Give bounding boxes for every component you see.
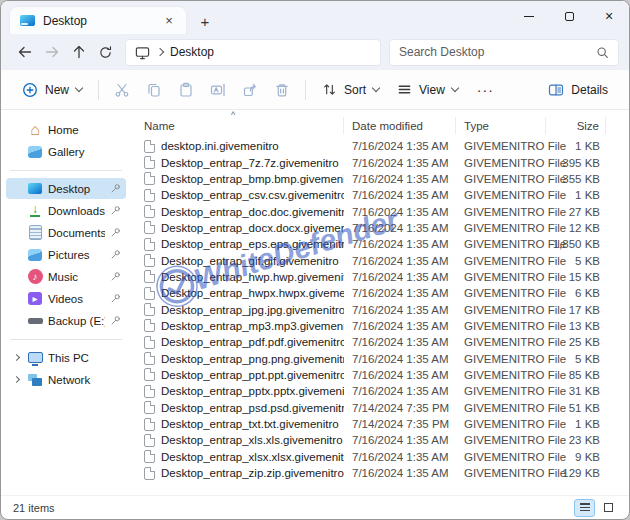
toolbar-separator: [305, 80, 306, 100]
file-type: GIVEMENITRO File: [456, 206, 546, 218]
chevron-down-icon: [75, 84, 83, 92]
delete-button[interactable]: [266, 75, 298, 105]
file-row[interactable]: Desktop_entrap_hwp.hwp.givemenitro 7/16/…: [131, 269, 629, 285]
file-row[interactable]: desktop.ini.givemenitro 7/16/2024 1:35 A…: [131, 138, 629, 154]
file-type: GIVEMENITRO File: [456, 255, 546, 267]
close-button[interactable]: ×: [589, 1, 629, 31]
expand-chevron-slot[interactable]: [11, 377, 22, 382]
expand-chevron-slot[interactable]: [11, 186, 22, 191]
large-icons-view-toggle[interactable]: [598, 499, 619, 517]
copy-button[interactable]: [138, 75, 170, 105]
column-header-name[interactable]: ^ Name: [131, 117, 344, 134]
sidebar-item[interactable]: Pictures: [6, 244, 126, 265]
expand-chevron-slot[interactable]: [11, 318, 22, 323]
expand-chevron-slot[interactable]: [11, 355, 22, 360]
column-header-date-modified[interactable]: Date modified: [344, 117, 456, 134]
sidebar-item[interactable]: Home: [6, 119, 126, 140]
column-header-type[interactable]: Type: [456, 117, 546, 134]
file-row[interactable]: Desktop_entrap_txt.txt.givemenitro 7/14/…: [131, 416, 629, 432]
file-row[interactable]: Desktop_entrap_mp3.mp3.givemenitro 7/16/…: [131, 318, 629, 334]
file-row[interactable]: Desktop_entrap_png.png.givemenitro 7/16/…: [131, 350, 629, 366]
view-button[interactable]: View: [388, 75, 467, 105]
sidebar-item[interactable]: Documents: [6, 222, 126, 243]
file-row[interactable]: Desktop_entrap_csv.csv.givemenitro 7/16/…: [131, 187, 629, 203]
refresh-button[interactable]: [92, 39, 119, 66]
file-type: GIVEMENITRO File: [456, 222, 546, 234]
new-tab-button[interactable]: +: [192, 8, 218, 34]
breadcrumb-location[interactable]: Desktop: [170, 45, 214, 59]
file-row[interactable]: Desktop_entrap_hwpx.hwpx.givemenitro 7/1…: [131, 285, 629, 301]
sidebar-item-label: Network: [48, 374, 105, 386]
expand-chevron-slot[interactable]: [11, 230, 22, 235]
expand-chevron-slot[interactable]: [11, 252, 22, 257]
search-box[interactable]: Search Desktop: [389, 39, 619, 66]
documents-icon: [27, 225, 43, 241]
file-row[interactable]: Desktop_entrap_xlsx.xlsx.givemenitro 7/1…: [131, 449, 629, 465]
file-row[interactable]: Desktop_entrap_gif.gif.givemenitro 7/16/…: [131, 252, 629, 268]
file-row[interactable]: Desktop_entrap_7z.7z.givemenitro 7/16/20…: [131, 154, 629, 170]
details-view-toggle[interactable]: [574, 499, 595, 517]
file-name: Desktop_entrap_png.png.givemenitro: [161, 353, 344, 365]
maximize-button[interactable]: [549, 1, 589, 31]
file-row[interactable]: Desktop_entrap_jpg.jpg.givemenitro 7/16/…: [131, 301, 629, 317]
file-date-modified: 7/16/2024 1:35 AM: [344, 304, 456, 316]
file-type: GIVEMENITRO File: [456, 157, 546, 169]
file-size: 129 KB: [546, 467, 606, 479]
sidebar-item[interactable]: This PC: [6, 347, 126, 368]
sidebar-item[interactable]: Gallery: [6, 141, 126, 162]
file-icon: [144, 189, 155, 202]
sidebar-item[interactable]: Network: [6, 369, 126, 390]
sidebar-item[interactable]: Downloads: [6, 200, 126, 221]
sidebar-item-label: Home: [48, 124, 105, 136]
file-row[interactable]: Desktop_entrap_zip.zip.givemenitro 7/16/…: [131, 465, 629, 481]
file-date-modified: 7/16/2024 1:35 AM: [344, 320, 456, 332]
file-icon: [144, 418, 155, 431]
tab-close-icon[interactable]: ×: [160, 12, 178, 30]
sidebar-item-label: Backup (E:): [48, 315, 105, 327]
details-pane-button[interactable]: Details: [539, 75, 617, 105]
share-button[interactable]: [234, 75, 266, 105]
expand-chevron-slot[interactable]: [11, 127, 22, 132]
paste-button[interactable]: [170, 75, 202, 105]
file-icon: [144, 352, 155, 365]
address-bar[interactable]: Desktop: [125, 39, 381, 66]
forward-button[interactable]: [38, 39, 65, 66]
sidebar-item[interactable]: Desktop: [6, 178, 126, 199]
file-row[interactable]: Desktop_entrap_pptx.pptx.givemenitro 7/1…: [131, 383, 629, 399]
file-row[interactable]: Desktop_entrap_bmp.bmp.givemenitro 7/16/…: [131, 171, 629, 187]
up-button[interactable]: [65, 39, 92, 66]
close-icon: ×: [605, 9, 613, 23]
rename-button[interactable]: [202, 75, 234, 105]
back-button[interactable]: [11, 39, 38, 66]
cut-icon: [114, 82, 130, 98]
sidebar-item[interactable]: Music: [6, 266, 126, 287]
expand-chevron-slot[interactable]: [11, 149, 22, 154]
file-type: GIVEMENITRO File: [456, 353, 546, 365]
expand-chevron-slot[interactable]: [11, 296, 22, 301]
sidebar-item[interactable]: Videos: [6, 288, 126, 309]
more-options-button[interactable]: ···: [467, 82, 504, 98]
file-row[interactable]: Desktop_entrap_ppt.ppt.givemenitro 7/16/…: [131, 367, 629, 383]
file-row[interactable]: Desktop_entrap_psd.psd.givemenitro 7/14/…: [131, 400, 629, 416]
file-date-modified: 7/16/2024 1:35 AM: [344, 385, 456, 397]
file-size: 9 KB: [546, 451, 606, 463]
file-row[interactable]: Desktop_entrap_xls.xls.givemenitro 7/16/…: [131, 432, 629, 448]
sidebar-item-label: Documents: [48, 227, 105, 239]
cut-button[interactable]: [106, 75, 138, 105]
file-row[interactable]: Desktop_entrap_doc.doc.givemenitro 7/16/…: [131, 203, 629, 219]
file-name-cell: Desktop_entrap_docx.docx.givemenitro: [131, 221, 344, 234]
tab-desktop[interactable]: Desktop ×: [10, 7, 186, 34]
file-row[interactable]: Desktop_entrap_pdf.pdf.givemenitro 7/16/…: [131, 334, 629, 350]
file-date-modified: 7/16/2024 1:35 AM: [344, 451, 456, 463]
expand-chevron-slot[interactable]: [11, 274, 22, 279]
sidebar-item[interactable]: Backup (E:): [6, 310, 126, 331]
column-header-size[interactable]: Size: [546, 117, 606, 134]
file-name: Desktop_entrap_zip.zip.givemenitro: [161, 467, 344, 479]
minimize-button[interactable]: [509, 1, 549, 31]
breadcrumb-chevron-icon[interactable]: [156, 48, 164, 56]
expand-chevron-slot[interactable]: [11, 208, 22, 213]
file-row[interactable]: Desktop_entrap_eps.eps.givemenitro 7/16/…: [131, 236, 629, 252]
sort-button[interactable]: Sort: [313, 75, 388, 105]
new-button[interactable]: New: [13, 75, 91, 105]
file-row[interactable]: Desktop_entrap_docx.docx.givemenitro 7/1…: [131, 220, 629, 236]
